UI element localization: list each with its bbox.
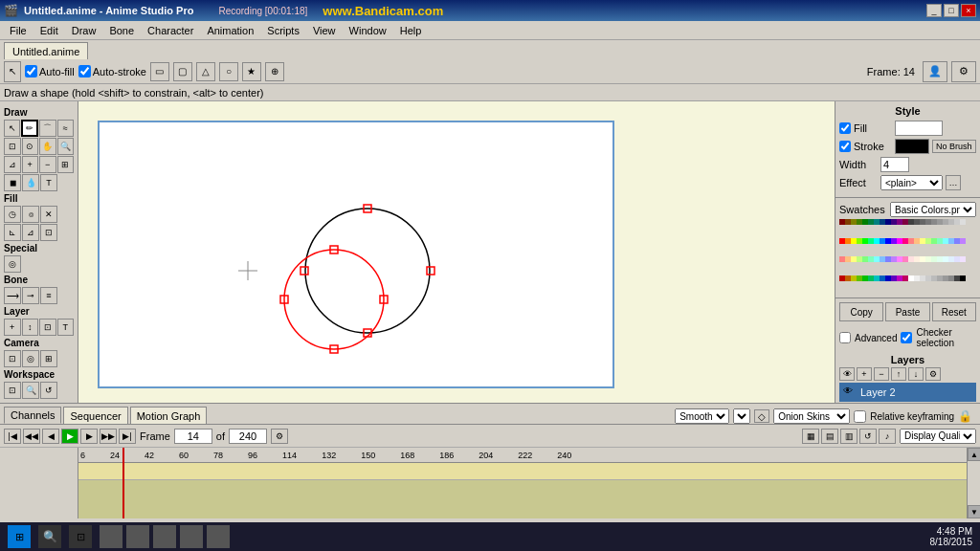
- tool-fill[interactable]: ◼: [4, 174, 21, 191]
- fill-tool-2[interactable]: ⌾: [22, 206, 39, 223]
- paste-button[interactable]: Paste: [885, 302, 929, 321]
- tab-channels[interactable]: Channels: [4, 407, 61, 424]
- fill-tool-3[interactable]: ✕: [40, 206, 57, 223]
- tool-transform[interactable]: ⊞: [57, 156, 75, 173]
- workspace-tool-3[interactable]: ↺: [40, 382, 57, 399]
- timeline-scrollbar[interactable]: ▲ ▼: [967, 448, 980, 518]
- canvas-area[interactable]: [78, 101, 835, 403]
- tool-pen[interactable]: ⊿: [4, 156, 21, 173]
- stroke-checkbox[interactable]: [839, 141, 851, 152]
- timeline-audio-button[interactable]: ♪: [879, 429, 896, 444]
- next-frame-button[interactable]: ▶: [80, 429, 98, 444]
- tool-lasso[interactable]: ⊙: [22, 138, 39, 155]
- keyframe-icon[interactable]: ◇: [754, 409, 769, 423]
- layer-item[interactable]: 👁 Layer 2: [839, 383, 976, 402]
- workspace-tool-1[interactable]: ⊡: [4, 382, 21, 399]
- total-frames-input[interactable]: 240: [229, 429, 267, 444]
- fill-color-swatch[interactable]: [895, 121, 943, 136]
- bone-tool-1[interactable]: ⟶: [4, 287, 21, 304]
- start-button[interactable]: ⊞: [8, 525, 31, 548]
- timeline-loop-button[interactable]: ↺: [859, 429, 877, 444]
- camera-tool-3[interactable]: ⊞: [40, 350, 57, 367]
- scroll-up-button[interactable]: ▲: [968, 448, 980, 461]
- taskbar-app-3[interactable]: [153, 525, 176, 548]
- minimize-button[interactable]: _: [926, 4, 942, 17]
- menu-scripts[interactable]: Scripts: [261, 23, 305, 38]
- swatches-grid[interactable]: [839, 219, 969, 294]
- menu-character[interactable]: Character: [142, 23, 199, 38]
- tool-delete-point[interactable]: −: [39, 156, 56, 173]
- next-keyframe-button[interactable]: ▶▶: [100, 429, 117, 444]
- tool-zoom[interactable]: 🔍: [57, 138, 75, 155]
- copy-button[interactable]: Copy: [839, 302, 883, 321]
- layer-add-button[interactable]: +: [857, 367, 872, 381]
- effect-select[interactable]: <plain>: [880, 175, 943, 190]
- timeline-view-3[interactable]: ▥: [840, 429, 858, 444]
- menu-view[interactable]: View: [307, 23, 342, 38]
- fill-tool-6[interactable]: ⊡: [40, 224, 57, 241]
- fill-tool-1[interactable]: ◷: [4, 206, 21, 223]
- tab-motion-graph[interactable]: Motion Graph: [130, 407, 208, 424]
- toolbar-pointer[interactable]: ↖: [4, 61, 21, 82]
- effect-settings-button[interactable]: …: [946, 175, 961, 190]
- stroke-color-swatch[interactable]: [895, 139, 929, 154]
- menu-window[interactable]: Window: [344, 23, 392, 38]
- timeline-view-2[interactable]: ▤: [821, 429, 838, 444]
- extra-shape[interactable]: ⊕: [265, 62, 284, 81]
- layer-delete-button[interactable]: −: [874, 367, 889, 381]
- tool-draw[interactable]: ✏: [21, 120, 38, 137]
- play-button[interactable]: ▶: [61, 429, 78, 444]
- special-tool-1[interactable]: ◎: [4, 255, 21, 273]
- fill-checkbox[interactable]: [839, 122, 851, 134]
- no-brush-button[interactable]: No Brush: [932, 140, 976, 153]
- auto-stroke-checkbox[interactable]: Auto-stroke: [78, 65, 146, 77]
- swatches-preset-select[interactable]: Basic Colors.png: [890, 202, 976, 217]
- go-end-button[interactable]: ▶|: [119, 429, 136, 444]
- frame-input[interactable]: 14: [174, 429, 212, 444]
- layer-tool-3[interactable]: ⊡: [39, 319, 56, 336]
- tool-move[interactable]: ✋: [39, 138, 56, 155]
- checker-checkbox[interactable]: [901, 332, 912, 343]
- taskbar-app-5[interactable]: [207, 525, 230, 548]
- bone-tool-2[interactable]: ⊸: [22, 287, 39, 304]
- tool-select[interactable]: ↖: [4, 120, 20, 137]
- frame-settings-button[interactable]: ⚙: [271, 429, 288, 444]
- fill-tool-4[interactable]: ⊾: [4, 224, 21, 241]
- rounded-rect-shape[interactable]: ▢: [173, 62, 192, 81]
- close-button[interactable]: ×: [961, 4, 976, 17]
- menu-help[interactable]: Help: [394, 23, 428, 38]
- taskbar-app-2[interactable]: [126, 525, 149, 548]
- task-view-button[interactable]: ⊡: [69, 525, 92, 548]
- advanced-checkbox[interactable]: [839, 332, 851, 343]
- tool-text[interactable]: T: [40, 174, 57, 191]
- user-icon[interactable]: 👤: [923, 61, 947, 82]
- tool-add-point[interactable]: +: [22, 156, 39, 173]
- triangle-shape[interactable]: △: [196, 62, 215, 81]
- layer-tool-1[interactable]: +: [4, 319, 21, 336]
- relative-keyframing-checkbox[interactable]: [854, 410, 866, 423]
- playhead[interactable]: [122, 448, 124, 518]
- workspace-tool-2[interactable]: 🔍: [22, 382, 39, 399]
- rectangle-shape[interactable]: ▭: [150, 62, 169, 81]
- document-tab[interactable]: Untitled.anime: [4, 42, 88, 59]
- keyframe-lock-icon[interactable]: 🔒: [958, 409, 972, 423]
- prev-frame-button[interactable]: ◀: [42, 429, 59, 444]
- timeline-view-1[interactable]: ▦: [802, 429, 819, 444]
- layer-eye-icon[interactable]: 👁: [839, 367, 855, 381]
- menu-file[interactable]: File: [4, 23, 33, 38]
- circle-shape[interactable]: ○: [219, 62, 238, 81]
- camera-tool-2[interactable]: ◎: [22, 350, 39, 367]
- star-shape[interactable]: ★: [242, 62, 261, 81]
- timeline-track-area[interactable]: 6 24 42 60 78 96 114 132 150 168 186 204…: [78, 448, 967, 518]
- tool-select2[interactable]: ⊡: [4, 138, 21, 155]
- bone-tool-3[interactable]: ≡: [40, 287, 57, 304]
- tab-sequencer[interactable]: Sequencer: [63, 407, 127, 424]
- taskbar-app-4[interactable]: [180, 525, 203, 548]
- layer-settings-button[interactable]: ⚙: [925, 367, 941, 381]
- layer-move-down-button[interactable]: ↓: [908, 367, 924, 381]
- menu-bone[interactable]: Bone: [103, 23, 140, 38]
- prev-keyframe-button[interactable]: ◀◀: [23, 429, 40, 444]
- menu-draw[interactable]: Draw: [66, 23, 102, 38]
- camera-tool-1[interactable]: ⊡: [4, 350, 21, 367]
- width-input[interactable]: 4: [880, 157, 909, 172]
